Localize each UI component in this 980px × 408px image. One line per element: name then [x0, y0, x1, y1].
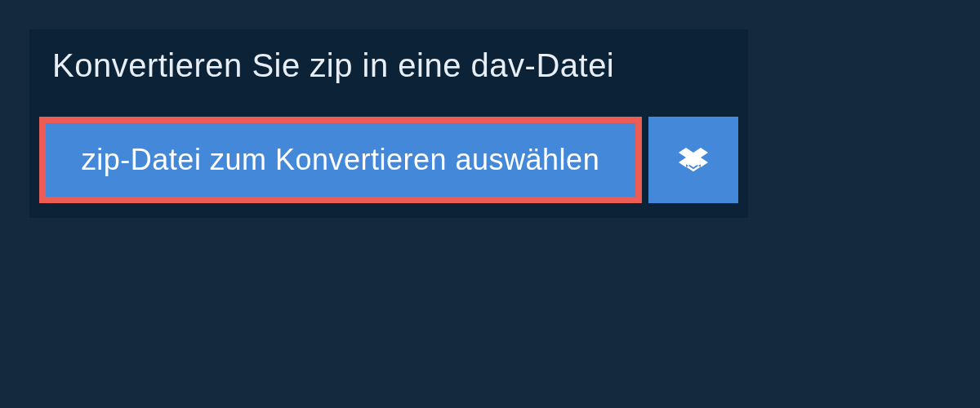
panel-header: Konvertieren Sie zip in eine dav-Datei: [29, 29, 748, 117]
dropbox-button[interactable]: [648, 117, 738, 203]
dropbox-icon: [679, 145, 708, 175]
button-row: zip-Datei zum Konvertieren auswählen: [29, 117, 748, 218]
choose-file-button[interactable]: zip-Datei zum Konvertieren auswählen: [46, 123, 635, 197]
conversion-panel: Konvertieren Sie zip in eine dav-Datei z…: [29, 29, 748, 218]
page-title: Konvertieren Sie zip in eine dav-Datei: [52, 47, 725, 84]
choose-file-highlight: zip-Datei zum Konvertieren auswählen: [39, 117, 642, 203]
